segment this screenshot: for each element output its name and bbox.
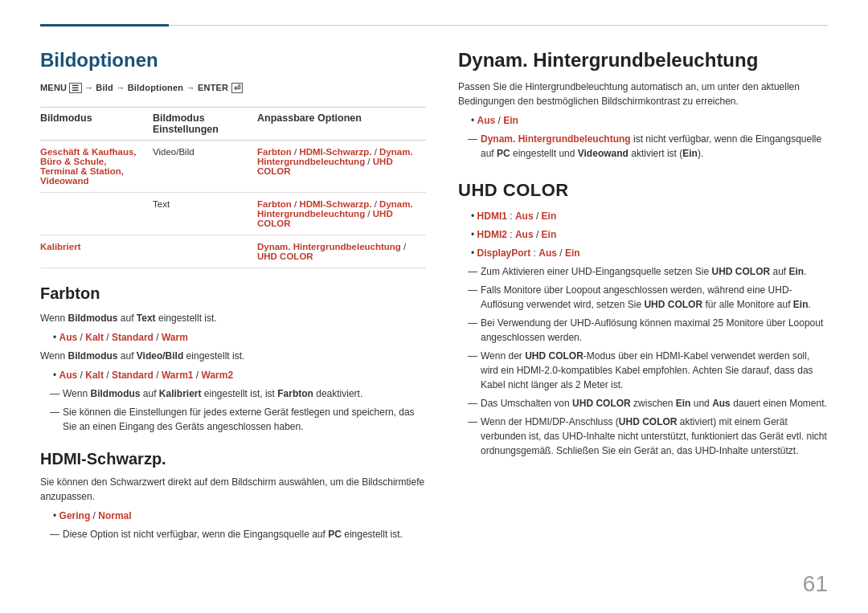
top-rule [40,24,828,27]
right-column: Dynam. Hintergrundbeleuchtung Passen Sie… [458,49,828,546]
link-hdmi2-ein[interactable]: Ein [542,229,557,240]
link-warm2[interactable]: Warm2 [202,370,234,381]
col-header-bildmodus: Bildmodus [40,112,153,135]
link-farbton-2[interactable]: Farbton [257,199,292,209]
link-uhd-3[interactable]: UHD COLOR [257,251,313,261]
hdmi-desc: Sie können den Schwarzwert direkt auf de… [40,475,426,504]
hdmi-note: Diese Option ist nicht verfügbar, wenn d… [50,527,426,541]
col-header-optionen: Anpassbare Optionen [257,112,426,135]
uhd-bullet-1: HDMI1 : Aus / Ein [471,209,828,223]
link-kalibriert[interactable]: Kalibriert [40,242,81,251]
link-dp[interactable]: DisplayPort [477,247,531,259]
link-farbton-1[interactable]: Farbton [257,147,292,157]
table-row: Geschäft & Kaufhaus, Büro & Schule, Term… [40,141,426,193]
cell-einstellungen-3 [153,242,257,261]
link-ein-dynam[interactable]: Ein [503,115,518,126]
link-aus-dynam[interactable]: Aus [477,115,496,126]
page-number: 61 [803,571,828,597]
link-aus2[interactable]: Aus [59,370,78,381]
cell-bildmodus-1: Geschäft & Kaufhaus, Büro & Schule, Term… [40,147,153,186]
dynam-title: Dynam. Hintergrundbeleuchtung [458,49,828,72]
left-column: Bildoptionen MENU ☰ → Bild → Bildoptione… [40,49,426,546]
link-kalt2[interactable]: Kalt [85,370,104,381]
dynam-bullet: Aus / Ein [471,113,828,128]
table-row: Kalibriert Dynam. Hintergrundbeleuchtung… [40,235,426,268]
link-hdmi1[interactable]: HDMI1 [477,210,507,222]
cell-bildmodus-3: Kalibriert [40,242,153,261]
link-gering[interactable]: Gering [59,510,91,521]
uhd-note-1: Zum Aktivieren einer UHD-Eingangsquelle … [468,264,828,279]
uhd-title: UHD COLOR [458,180,828,201]
uhd-section: UHD COLOR HDMI1 : Aus / Ein HDMI2 : Aus … [458,180,828,458]
menu-path: MENU ☰ → Bild → Bildoptionen → ENTER ⏎ [40,83,426,92]
uhd-note-6: Wenn der HDMI/DP-Anschluss (UHD COLOR ak… [468,415,828,458]
cell-einstellungen-2: Text [153,199,257,228]
link-hdmi1-ein[interactable]: Ein [542,210,557,222]
uhd-bullet-2: HDMI2 : Aus / Ein [471,227,828,242]
link-hdmi2-aus[interactable]: Aus [515,229,534,240]
link-terminal[interactable]: Terminal & Station, [40,166,124,176]
link-videowand[interactable]: Videowand [40,176,89,186]
farbton-text2: Wenn Bildmodus auf Video/Bild eingestell… [40,349,426,363]
uhd-bullet-3: DisplayPort : Aus / Ein [471,246,828,260]
link-hdmi2[interactable]: HDMI2 [477,229,507,240]
hdmi-title: HDMI-Schwarzp. [40,450,426,468]
link-hdmi-2[interactable]: HDMI-Schwarzp. [299,199,371,209]
bildoptionen-title: Bildoptionen [40,49,426,72]
hdmi-section: HDMI-Schwarzp. Sie können den Schwarzwer… [40,450,426,541]
uhd-note-4: Wenn der UHD COLOR-Modus über ein HDMI-K… [468,349,828,392]
top-rule-blue [40,24,169,27]
top-rule-gray [169,25,828,26]
link-hdmi1-aus[interactable]: Aus [515,210,534,222]
cell-optionen-3: Dynam. Hintergrundbeleuchtung / UHD COLO… [257,242,426,261]
cell-optionen-1: Farbton / HDMI-Schwarzp. / Dynam. Hinter… [257,147,426,186]
link-standard2[interactable]: Standard [112,370,154,381]
dynam-desc: Passen Sie die Hintergrundbeleuchtung au… [458,80,828,108]
link-aus[interactable]: Aus [59,332,78,343]
link-normal[interactable]: Normal [98,510,131,521]
dynam-section: Dynam. Hintergrundbeleuchtung Passen Sie… [458,49,828,161]
farbton-note1: Wenn Bildmodus auf Kalibriert eingestell… [50,386,426,401]
link-warm[interactable]: Warm [162,332,188,343]
col-header-einstellungen: BildmodusEinstellungen [153,112,257,135]
link-dynam-3[interactable]: Dynam. Hintergrundbeleuchtung [257,242,401,251]
uhd-note-5: Das Umschalten von UHD COLOR zwischen Ei… [468,396,828,411]
link-dp-aus[interactable]: Aus [538,247,557,259]
uhd-note-3: Bei Verwendung der UHD-Auflösung können … [468,316,828,345]
two-col-layout: Bildoptionen MENU ☰ → Bild → Bildoptione… [40,49,828,546]
farbton-bullet2: Aus / Kalt / Standard / Warm1 / Warm2 [53,368,426,382]
link-kalt[interactable]: Kalt [85,332,104,343]
link-standard[interactable]: Standard [112,332,154,343]
farbton-note2: Sie können die Einstellungen für jedes e… [50,405,426,434]
dynam-note-link[interactable]: Dynam. Hintergrundbeleuchtung [481,133,631,145]
table-header: Bildmodus BildmodusEinstellungen Anpassb… [40,107,426,141]
link-dp-ein[interactable]: Ein [565,247,580,259]
farbton-section: Farbton Wenn Bildmodus auf Text eingeste… [40,284,426,434]
table-row: Text Farbton / HDMI-Schwarzp. / Dynam. H… [40,193,426,235]
page-container: Bildoptionen MENU ☰ → Bild → Bildoptione… [0,0,868,613]
farbton-title: Farbton [40,284,426,303]
link-hdmi-1[interactable]: HDMI-Schwarzp. [299,147,371,157]
link-geschaeft[interactable]: Geschäft & Kaufhaus, Büro & Schule, [40,147,137,166]
farbton-bullet1: Aus / Kalt / Standard / Warm [53,330,426,345]
hdmi-bullet: Gering / Normal [53,509,426,523]
dynam-note: Dynam. Hintergrundbeleuchtung ist nicht … [468,132,828,161]
cell-optionen-2: Farbton / HDMI-Schwarzp. / Dynam. Hinter… [257,199,426,228]
link-warm1[interactable]: Warm1 [162,370,194,381]
cell-einstellungen-1: Video/Bild [153,147,257,186]
farbton-text1: Wenn Bildmodus auf Text eingestellt ist. [40,311,426,325]
uhd-note-2: Falls Monitore über Loopout angeschlosse… [468,283,828,312]
cell-bildmodus-2 [40,199,153,228]
